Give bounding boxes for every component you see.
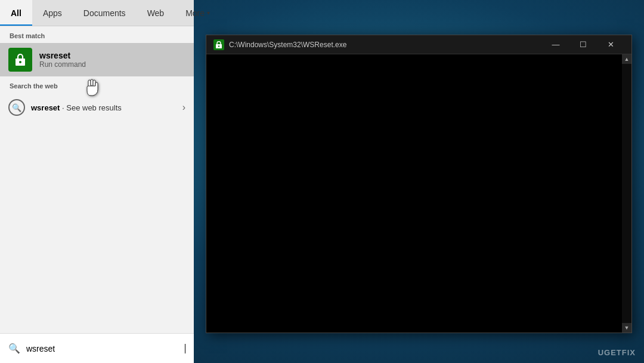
best-match-text: wsreset Run command xyxy=(39,51,86,69)
tab-all[interactable]: All xyxy=(0,0,32,26)
window-titlebar: C:\Windows\System32\WSReset.exe — ☐ ✕ xyxy=(206,35,631,54)
maximize-button[interactable]: ☐ xyxy=(569,35,597,54)
tab-documents[interactable]: Documents xyxy=(73,0,137,26)
tab-apps[interactable]: Apps xyxy=(32,0,73,26)
best-match-title: wsreset xyxy=(39,51,86,60)
minimize-button[interactable]: — xyxy=(542,35,569,54)
search-icon: 🔍 xyxy=(8,343,20,354)
svg-point-3 xyxy=(218,45,219,47)
close-button[interactable]: ✕ xyxy=(597,35,624,54)
window-content: ▲ ▼ xyxy=(206,54,631,333)
wsreset-window: C:\Windows\System32\WSReset.exe — ☐ ✕ ▲ … xyxy=(206,35,632,333)
search-icon: 🔍 xyxy=(8,99,25,116)
best-match-label: Best match xyxy=(0,26,194,43)
start-menu: All Apps Documents Web More ▾ Best match xyxy=(0,0,194,363)
web-search-item[interactable]: 🔍 wsreset · See web results › xyxy=(0,93,194,122)
search-results-panel: Best match wsreset Run command Search th… xyxy=(0,26,194,333)
best-match-item[interactable]: wsreset Run command xyxy=(0,43,194,76)
app-icon-wsreset xyxy=(8,48,32,72)
scroll-down-arrow[interactable]: ▼ xyxy=(622,323,631,333)
web-search-label: Search the web xyxy=(0,76,194,93)
window-controls: — ☐ ✕ xyxy=(542,35,624,54)
window-title: C:\Windows\System32\WSReset.exe xyxy=(229,41,542,49)
scroll-up-arrow[interactable]: ▲ xyxy=(622,54,631,64)
best-match-subtitle: Run command xyxy=(39,60,86,69)
search-box[interactable]: 🔍 wsreset xyxy=(0,333,194,363)
tab-more[interactable]: More ▾ xyxy=(175,0,221,26)
chevron-down-icon: ▾ xyxy=(207,10,210,16)
tab-web[interactable]: Web xyxy=(137,0,175,26)
scrollbar-track[interactable] xyxy=(622,64,631,323)
scrollbar[interactable]: ▲ ▼ xyxy=(622,54,631,333)
search-input[interactable]: wsreset xyxy=(26,344,178,353)
window-app-icon xyxy=(213,39,224,50)
text-cursor xyxy=(185,344,185,353)
chevron-right-icon: › xyxy=(182,102,185,113)
watermark: UGETFIX xyxy=(598,348,636,357)
svg-point-1 xyxy=(19,61,21,63)
tab-bar: All Apps Documents Web More ▾ xyxy=(0,0,194,26)
web-search-text: wsreset · See web results xyxy=(31,103,182,112)
